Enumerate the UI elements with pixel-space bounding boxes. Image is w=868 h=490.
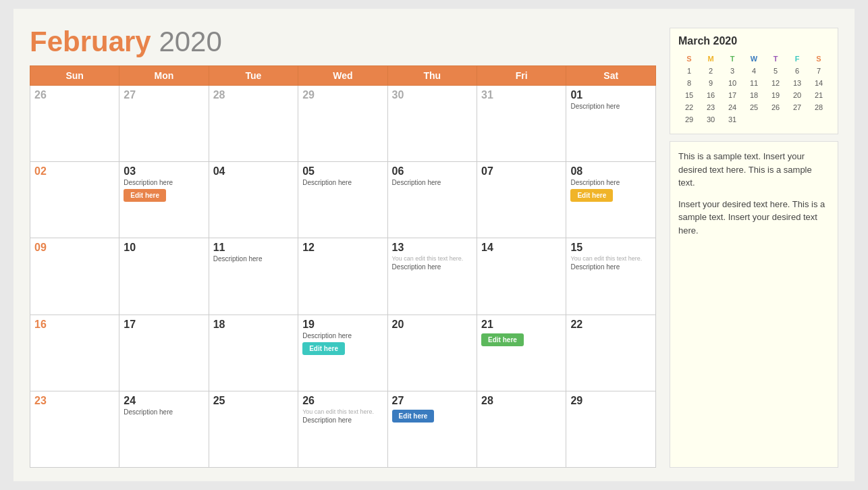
- day-cell: 09: [30, 238, 119, 315]
- mini-cal-cell: 6: [786, 65, 808, 77]
- day-description: Description here: [392, 179, 472, 186]
- week-row-2: 091011Description here1213You can edit t…: [30, 238, 656, 315]
- mini-cal-cell: 26: [765, 101, 786, 113]
- day-number: 24: [124, 395, 204, 407]
- edit-button[interactable]: Edit here: [570, 189, 613, 202]
- week-row-1: 0203Description hereEdit here0405Descrip…: [30, 162, 656, 238]
- day-cell: 05Description here: [298, 162, 387, 238]
- day-number: 29: [302, 89, 383, 101]
- day-description: Description here: [302, 416, 383, 424]
- day-number: 10: [124, 242, 204, 254]
- mini-cal-header: M: [700, 53, 722, 65]
- day-cell: 24Description here: [119, 391, 209, 467]
- day-number: 01: [570, 89, 651, 101]
- day-description: Description here: [213, 255, 294, 263]
- edit-button[interactable]: Edit here: [302, 342, 345, 355]
- mini-cal-cell: 12: [765, 77, 786, 89]
- day-cell: 07: [477, 162, 566, 238]
- day-number: 09: [34, 242, 115, 254]
- calendar-table: SunMonTueWedThuFriSat 26272829303101Desc…: [30, 65, 656, 468]
- mini-cal-cell: 22: [678, 101, 700, 113]
- day-cell: 21Edit here: [477, 315, 566, 391]
- day-number: 14: [481, 242, 562, 254]
- day-cell: 08Description hereEdit here: [566, 162, 656, 238]
- weekday-header-mon: Mon: [119, 66, 209, 86]
- day-cell: 27: [119, 86, 209, 162]
- mini-cal-cell: 13: [786, 77, 808, 89]
- mini-cal-cell: 14: [808, 77, 830, 89]
- day-number: 17: [124, 319, 204, 331]
- mini-cal-cell: 8: [678, 77, 700, 89]
- mini-cal-cell: [743, 113, 765, 126]
- day-number: 19: [302, 319, 383, 331]
- day-number: 22: [570, 319, 651, 331]
- mini-cal-cell: 23: [700, 101, 722, 113]
- day-number: 26: [34, 89, 115, 101]
- mini-cal-cell: 29: [678, 113, 700, 126]
- week-row-3: 16171819Description hereEdit here2021Edi…: [30, 315, 656, 391]
- week-row-0: 26272829303101Description here: [30, 86, 656, 162]
- mini-cal-title: March 2020: [678, 35, 830, 47]
- day-cell: 18: [209, 315, 298, 391]
- mini-cal-cell: 25: [743, 101, 765, 113]
- sidebar: March 2020 SMTWTFS1234567891011121314151…: [670, 28, 838, 468]
- day-cell: 13You can edit this text here.Descriptio…: [387, 238, 477, 315]
- mini-cal-header: F: [786, 53, 808, 65]
- mini-cal-cell: 4: [743, 65, 765, 77]
- mini-cal-cell: 28: [808, 101, 830, 113]
- day-cell: 28: [477, 391, 566, 467]
- day-number: 11: [213, 242, 294, 254]
- weekday-header-fri: Fri: [477, 66, 566, 86]
- day-number: 20: [392, 319, 472, 331]
- day-cell: 29: [566, 391, 656, 467]
- day-number: 12: [302, 242, 383, 254]
- day-cell: 25: [209, 391, 298, 467]
- day-cell: 20: [387, 315, 477, 391]
- mini-cal-cell: 21: [808, 89, 830, 101]
- day-note: You can edit this text here.: [392, 255, 472, 262]
- day-description: Description here: [570, 179, 651, 186]
- day-cell: 06Description here: [387, 162, 477, 238]
- slide: February 2020 SunMonTueWedThuFriSat 2627…: [13, 9, 855, 481]
- mini-cal-header: T: [722, 53, 743, 65]
- day-description: Description here: [124, 179, 204, 186]
- mini-cal-cell: 18: [743, 89, 765, 101]
- week-row-4: 2324Description here2526You can edit thi…: [30, 391, 656, 467]
- weekday-header-sat: Sat: [566, 66, 656, 86]
- day-cell: 12: [298, 238, 387, 315]
- edit-button[interactable]: Edit here: [481, 333, 524, 346]
- day-number: 29: [570, 395, 651, 407]
- sidebar-para-2: Insert your desired text here. This is a…: [678, 198, 830, 238]
- day-cell: 10: [119, 238, 209, 315]
- weekday-header-tue: Tue: [209, 66, 298, 86]
- day-number: 07: [481, 165, 562, 178]
- day-number: 23: [34, 395, 115, 407]
- day-cell: 28: [209, 86, 298, 162]
- day-number: 15: [570, 242, 651, 254]
- day-number: 30: [392, 89, 472, 101]
- edit-button[interactable]: Edit here: [124, 189, 166, 202]
- mini-cal-cell: 31: [722, 113, 743, 126]
- main-section: February 2020 SunMonTueWedThuFriSat 2627…: [30, 28, 656, 468]
- mini-cal-cell: 30: [700, 113, 722, 126]
- day-cell: 27Edit here: [387, 391, 477, 467]
- day-description: Description here: [570, 103, 651, 110]
- day-cell: 16: [30, 315, 119, 391]
- day-cell: 02: [30, 162, 119, 238]
- day-number: 25: [213, 395, 294, 407]
- day-cell: 29: [298, 86, 387, 162]
- day-number: 08: [570, 165, 651, 178]
- mini-calendar: March 2020 SMTWTFS1234567891011121314151…: [670, 28, 838, 134]
- day-cell: 31: [477, 86, 566, 162]
- day-note: You can edit this text here.: [302, 408, 383, 415]
- mini-cal-cell: 19: [765, 89, 786, 101]
- day-cell: 14: [477, 238, 566, 315]
- mini-cal-cell: 9: [700, 77, 722, 89]
- edit-button[interactable]: Edit here: [392, 410, 435, 423]
- mini-cal-header: T: [765, 53, 786, 65]
- mini-cal-cell: 10: [722, 77, 743, 89]
- day-number: 05: [302, 165, 383, 178]
- day-cell: 19Description hereEdit here: [298, 315, 387, 391]
- weekday-header-sun: Sun: [30, 66, 119, 86]
- day-cell: 03Description hereEdit here: [119, 162, 209, 238]
